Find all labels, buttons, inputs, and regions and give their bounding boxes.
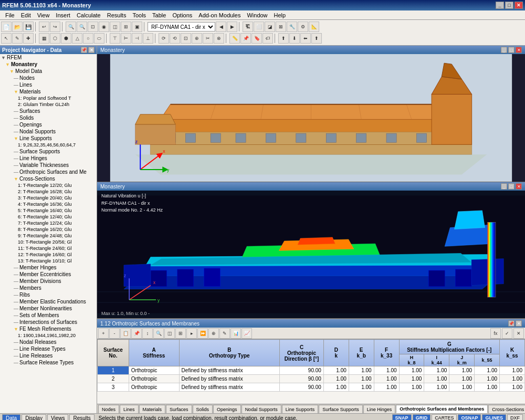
tree-cs-12[interactable]: 12: T-Rectangle 16/60; Gl <box>0 251 97 258</box>
tab-lines[interactable]: Lines <box>120 405 139 413</box>
snap-cartes[interactable]: CARTES <box>432 414 457 421</box>
tb-zoom-in[interactable]: 🔍 <box>66 22 76 32</box>
tt-copy[interactable]: 📋 <box>120 328 131 339</box>
tree-ribs[interactable]: — Ribs <box>0 291 97 298</box>
tab-nodal-supports[interactable]: Nodal Supports <box>242 405 281 413</box>
bottom-view-close[interactable]: ✕ <box>516 183 522 190</box>
tree-mat-2[interactable]: 2: Glulam Timber GL24h <box>0 101 97 108</box>
tree-member-ecc[interactable]: — Member Eccentricities <box>0 271 97 278</box>
tt-btn3[interactable]: ▸ <box>186 328 197 339</box>
tree-cs-6[interactable]: 6: T-Rectangle 12/40; Glu <box>0 214 97 220</box>
tb2-1[interactable]: ↖ <box>1 33 12 44</box>
menu-edit[interactable]: Edit <box>18 10 34 20</box>
tb2-7[interactable]: △ <box>72 33 82 44</box>
tree-intersect[interactable]: — Intersections of Surfaces <box>0 319 97 326</box>
tb2-3[interactable]: ✚ <box>23 33 34 44</box>
menu-help[interactable]: Help <box>271 10 289 20</box>
tb-btn-c[interactable]: ⊞ <box>121 22 131 32</box>
tb2-2[interactable]: ✎ <box>12 33 23 44</box>
tree-surface-supports[interactable]: — Surface Supports <box>0 148 97 155</box>
maximize-button[interactable]: □ <box>505 2 513 9</box>
tab-surface-supports[interactable]: Surface Supports <box>319 405 363 413</box>
tb-btn-f[interactable]: 🔧 <box>287 22 297 32</box>
tab-solids[interactable]: Solids <box>193 405 213 413</box>
tree-model-data[interactable]: ▼ Model Data <box>0 68 97 75</box>
tb2-25[interactable]: ⬇ <box>289 33 300 44</box>
bottom-view-max[interactable]: □ <box>508 183 514 190</box>
tree-line-rel[interactable]: — Line Releases <box>0 352 97 359</box>
top-view-max[interactable]: □ <box>508 47 514 53</box>
tb-redo[interactable]: ↪ <box>50 22 60 32</box>
tree-cs-10[interactable]: 10: T-Rectangle 20/56; Gl <box>0 239 97 245</box>
tb2-26[interactable]: ⬅ <box>300 33 311 44</box>
snap-osnap[interactable]: OSNAP <box>458 414 481 421</box>
tree-fe-mesh[interactable]: ▼ FE Mesh Refinements <box>0 326 97 332</box>
tab-cross-sections[interactable]: Cross-Sections <box>488 405 525 413</box>
tree-mat-1[interactable]: 1: Poplar and Softwood T <box>0 95 97 101</box>
tab-line-hinges[interactable]: Line Hinges <box>363 405 396 413</box>
data-table-area[interactable]: SurfaceNo. AStiffness BOrthotropy Type C… <box>97 339 525 404</box>
tb-undo[interactable]: ↩ <box>39 22 49 32</box>
load-case-combo[interactable]: RF-DYNAM CA1 - dir x <box>148 22 215 32</box>
tree-nodal-rel[interactable]: — Nodal Releases <box>0 339 97 345</box>
tb2-22[interactable]: 🔖 <box>251 33 262 44</box>
tb-btn-b[interactable]: ◫ <box>110 22 120 32</box>
tb-btn-h[interactable]: 📐 <box>309 22 319 32</box>
tb-shade[interactable]: ◪ <box>265 22 275 32</box>
tt-btn2[interactable]: ⊞ <box>175 328 186 339</box>
tb-btn-g[interactable]: ⚙ <box>298 22 308 32</box>
top-view-min[interactable]: _ <box>501 47 507 53</box>
tt-sort[interactable]: ↕ <box>142 328 153 339</box>
tree-cs-11[interactable]: 11: T-Rectangle 24/60; Gl <box>0 245 97 251</box>
tree-rfem[interactable]: ▼ RFEM <box>0 54 97 61</box>
snap-glines[interactable]: GLINES <box>482 414 506 421</box>
tree-openings[interactable]: — Openings <box>0 121 97 128</box>
tree-nodal-supports[interactable]: — Nodal Supports <box>0 128 97 135</box>
tb2-27[interactable]: ⬆ <box>311 33 322 44</box>
menu-calculate[interactable]: Calculate <box>74 10 104 20</box>
menu-table[interactable]: Table <box>149 10 169 20</box>
top-view-content[interactable]: x y z <box>97 54 525 182</box>
tb2-11[interactable]: ⊢ <box>121 33 131 44</box>
tt-filter[interactable]: 🔍 <box>153 328 164 339</box>
tt-fx[interactable]: fx <box>490 328 501 339</box>
tb-wire[interactable]: ⬜ <box>254 22 264 32</box>
nav-tab-display[interactable]: Display <box>22 414 46 421</box>
close-button[interactable]: ✕ <box>514 2 523 9</box>
tree-sets[interactable]: — Sets of Members <box>0 312 97 319</box>
tb-prev[interactable]: ◀ <box>216 22 226 32</box>
tab-nodes[interactable]: Nodes <box>98 405 119 413</box>
tb-btn-d[interactable]: ▣ <box>132 22 142 32</box>
table-row[interactable]: 2 Orthotropic Defined by stiffness matri… <box>98 375 525 383</box>
tt-new-row[interactable]: + <box>98 328 109 339</box>
table-row[interactable]: 3 Orthotropic Defined by stiffness matri… <box>98 383 525 392</box>
tree-cs-2[interactable]: 2: T-Rectangle 16/28; Glu <box>0 188 97 195</box>
tb2-18[interactable]: ✂ <box>203 33 213 44</box>
menu-options[interactable]: Options <box>169 10 195 20</box>
tb2-4[interactable]: ▦ <box>39 33 49 44</box>
tree-line-rel-types[interactable]: — Line Release Types <box>0 345 97 352</box>
menu-tools[interactable]: Tools <box>129 10 149 20</box>
menu-results[interactable]: Results <box>104 10 130 20</box>
tree-lines[interactable]: — Lines <box>0 81 97 88</box>
tb-open[interactable]: 📂 <box>12 22 23 32</box>
tb-btn-e[interactable]: ⊠ <box>276 22 286 32</box>
tree-member-hinges[interactable]: — Member Hinges <box>0 264 97 271</box>
tb2-13[interactable]: ⊥ <box>143 33 153 44</box>
tt-btn6[interactable]: ✎ <box>219 328 230 339</box>
snap-dxf[interactable]: DXF <box>507 414 523 421</box>
tb-next[interactable]: ▶ <box>227 22 237 32</box>
tb2-10[interactable]: ⊤ <box>110 33 120 44</box>
tree-cross[interactable]: ▼ Cross-Sections <box>0 175 97 182</box>
tree-member-elast[interactable]: — Member Elastic Foundations <box>0 298 97 305</box>
tt-btn8[interactable]: 📈 <box>242 328 252 339</box>
tree-cs-9[interactable]: 9: T-Rectangle 24/48; Glu <box>0 233 97 239</box>
tree-materials[interactable]: ▼ Materials <box>0 88 97 95</box>
tb2-16[interactable]: ⊡ <box>181 33 191 44</box>
tt-cancel[interactable]: ✕ <box>513 328 524 339</box>
menu-view[interactable]: View <box>34 10 53 20</box>
tb2-24[interactable]: ⬆ <box>278 33 289 44</box>
tb2-20[interactable]: 📏 <box>229 33 240 44</box>
tab-openings[interactable]: Openings <box>213 405 241 413</box>
menu-window[interactable]: Window <box>244 10 270 20</box>
